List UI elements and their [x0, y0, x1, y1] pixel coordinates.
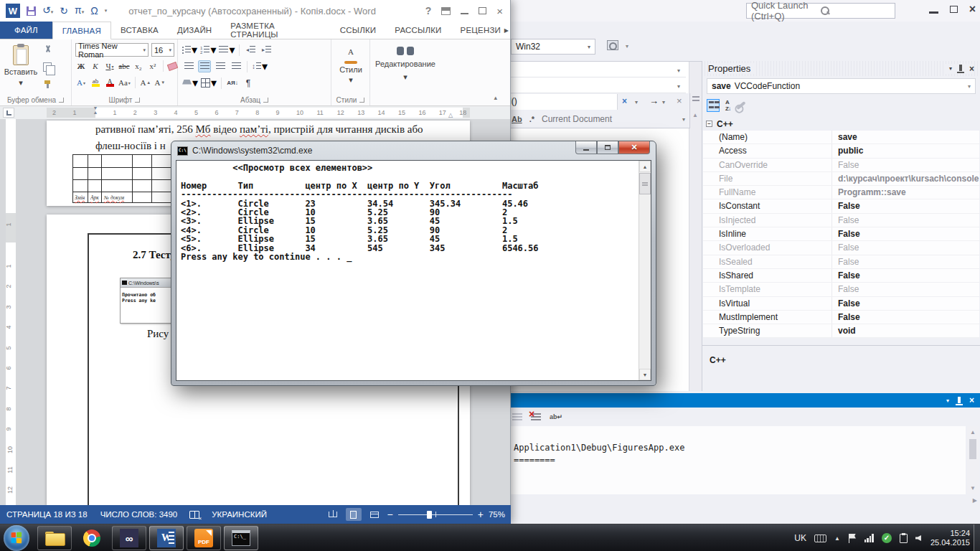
- clear-formatting-icon[interactable]: [167, 62, 178, 71]
- toolbar-overflow-icon[interactable]: ▾: [626, 43, 628, 50]
- nav-types-dropdown[interactable]: ▾: [502, 62, 686, 77]
- property-row[interactable]: IsVirtualFalse: [703, 297, 979, 311]
- pin-icon[interactable]: [959, 65, 962, 71]
- dialog-launcher-icon[interactable]: [135, 98, 140, 103]
- clear-search-icon[interactable]: ×: [622, 96, 627, 106]
- page-indicator[interactable]: СТРАНИЦА 18 ИЗ 18: [0, 510, 94, 519]
- scrollbar-thumb[interactable]: [969, 439, 976, 459]
- tab-ФАЙЛ[interactable]: ФАЙЛ: [0, 22, 52, 39]
- zoom-in-button[interactable]: +: [478, 511, 484, 518]
- scrollbar-thumb[interactable]: [639, 173, 651, 194]
- property-row[interactable]: IsTemplateFalse: [703, 283, 979, 296]
- cut-icon[interactable]: [43, 45, 53, 55]
- property-value[interactable]: public: [832, 144, 979, 157]
- scroll-up-icon[interactable]: ▲: [692, 112, 698, 118]
- tab-ГЛАВНАЯ[interactable]: ГЛАВНАЯ: [52, 22, 111, 39]
- show-hidden-icons[interactable]: ▲: [834, 535, 840, 542]
- property-value[interactable]: False: [832, 214, 979, 227]
- property-row[interactable]: IsOverloadedFalse: [703, 241, 979, 255]
- align-left-button[interactable]: [182, 60, 195, 72]
- zoom-slider-thumb[interactable]: [427, 511, 432, 519]
- clipboard-tray-icon[interactable]: [900, 534, 908, 543]
- zoom-slider[interactable]: [398, 509, 473, 519]
- tab-РАЗМЕТКА СТРАНИЦЫ[interactable]: РАЗМЕТКА СТРАНИЦЫ: [221, 22, 330, 39]
- quick-launch-input[interactable]: Quick Launch (Ctrl+Q): [746, 3, 895, 19]
- close-icon[interactable]: ×: [969, 395, 974, 405]
- justify-button[interactable]: [230, 60, 242, 72]
- borders-button[interactable]: ▾: [201, 77, 217, 89]
- scroll-right-icon[interactable]: ▶: [973, 497, 977, 504]
- taskbar-explorer-button[interactable]: [37, 526, 72, 550]
- network-icon[interactable]: [864, 534, 874, 542]
- output-scrollbar[interactable]: ▲ ▼: [967, 426, 979, 494]
- zoom-level[interactable]: 75%: [489, 510, 505, 519]
- chevron-down-icon[interactable]: ▾: [635, 99, 638, 105]
- indent-marker-icon[interactable]: ▼▲: [92, 106, 99, 115]
- property-row[interactable]: Filed:\курсач\проект\kursach\console: [703, 172, 979, 186]
- line-spacing-button[interactable]: ↕▾: [252, 60, 268, 72]
- clock[interactable]: 15:24 25.04.2015: [930, 529, 973, 547]
- property-pages-icon[interactable]: [607, 40, 618, 50]
- styles-button[interactable]: А Стили ▾: [334, 42, 367, 91]
- taskbar-visual-studio-button[interactable]: ∞: [112, 526, 146, 550]
- bullets-button[interactable]: ▾: [182, 44, 197, 56]
- property-row[interactable]: IsSharedFalse: [703, 269, 979, 283]
- save-icon[interactable]: [27, 6, 36, 16]
- paste-button[interactable]: Вставить ▾: [4, 42, 37, 91]
- word-wrap-icon[interactable]: ab↵: [550, 413, 562, 420]
- zoom-out-button[interactable]: −: [387, 511, 393, 518]
- property-value[interactable]: d:\курсач\проект\kursach\console: [832, 172, 979, 185]
- property-value[interactable]: False: [832, 283, 979, 296]
- property-value[interactable]: False: [832, 159, 979, 171]
- redo-icon[interactable]: ↻: [60, 6, 68, 16]
- tab-selector-icon[interactable]: [3, 108, 14, 118]
- output-header[interactable]: ▾ ×: [502, 393, 980, 408]
- show-desktop-button[interactable]: [974, 524, 980, 551]
- property-row[interactable]: IsSealedFalse: [703, 255, 979, 269]
- console-output[interactable]: <<Просмотр всех елементов>> Номер Тип це…: [176, 160, 651, 381]
- collapse-icon[interactable]: −: [706, 121, 712, 127]
- find-close-icon[interactable]: ×: [677, 95, 682, 106]
- property-row[interactable]: IsInjectedFalse: [703, 214, 979, 227]
- property-row[interactable]: MustImplementFalse: [703, 311, 979, 324]
- platform-select[interactable]: Win32▾: [511, 39, 595, 55]
- object-selector[interactable]: save VCCodeFunction ▾: [707, 78, 976, 94]
- console-scrollbar[interactable]: ▲ ▼: [639, 161, 651, 380]
- align-center-button[interactable]: [198, 60, 211, 72]
- grow-font-button[interactable]: А▲: [140, 77, 151, 88]
- symbol-icon[interactable]: Ω: [90, 6, 98, 16]
- increase-indent-button[interactable]: ▸: [260, 44, 273, 56]
- property-value[interactable]: False: [832, 199, 979, 212]
- collapse-ribbon-icon[interactable]: ▴: [494, 94, 497, 101]
- subscript-button[interactable]: x₂: [133, 60, 144, 72]
- close-icon[interactable]: ✕: [618, 141, 650, 154]
- proofing-icon[interactable]: [189, 511, 199, 519]
- vs-restore-icon[interactable]: [950, 6, 958, 13]
- property-value[interactable]: False: [832, 227, 979, 240]
- highlight-color-button[interactable]: ab: [90, 77, 101, 88]
- close-icon[interactable]: ×: [496, 5, 503, 17]
- font-size-select[interactable]: 16▾: [151, 43, 174, 57]
- find-scope[interactable]: Current Document: [542, 114, 612, 124]
- format-painter-icon[interactable]: [43, 80, 52, 89]
- category-row[interactable]: − C++: [703, 117, 979, 131]
- property-row[interactable]: Accesspublic: [703, 144, 979, 158]
- dialog-launcher-icon[interactable]: [263, 98, 268, 103]
- superscript-button[interactable]: x²: [147, 60, 159, 72]
- pin-icon[interactable]: [958, 397, 961, 403]
- text-effects-button[interactable]: А▾: [75, 77, 87, 88]
- property-value[interactable]: False: [832, 269, 979, 282]
- taskbar-word-button[interactable]: W: [149, 526, 184, 550]
- show-formatting-button[interactable]: ¶: [242, 77, 255, 89]
- tab-scroll-icon[interactable]: ▶: [504, 27, 509, 34]
- taskbar-chrome-button[interactable]: [75, 526, 109, 550]
- cmd-window[interactable]: C:\Windows\system32\cmd.exe ✕ <<Просмотр…: [171, 141, 656, 386]
- ribbon-display-icon[interactable]: [441, 7, 451, 15]
- tab-РАССЫЛКИ[interactable]: РАССЫЛКИ: [385, 22, 451, 39]
- multilevel-list-button[interactable]: ▾: [219, 44, 235, 56]
- vs-minimize-icon[interactable]: [929, 11, 938, 14]
- property-row[interactable]: (Name)save: [703, 131, 979, 144]
- word-count[interactable]: ЧИСЛО СЛОВ: 3490: [94, 510, 184, 519]
- keyboard-icon[interactable]: [814, 534, 826, 542]
- tab-ССЫЛКИ[interactable]: ССЫЛКИ: [331, 22, 386, 39]
